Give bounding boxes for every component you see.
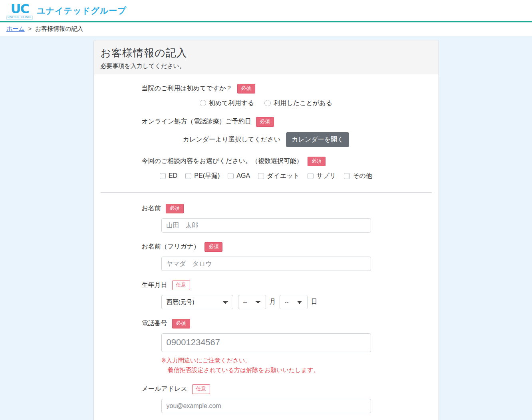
checkbox-aga[interactable]: AGA <box>228 172 250 179</box>
checkbox-aga-label: AGA <box>236 172 250 179</box>
group-email: メールアドレス 任意 <box>94 384 439 413</box>
consultation-label-row: 今回のご相談内容をお選びください。（複数選択可能） 必須 <box>94 157 439 166</box>
kana-input[interactable] <box>161 257 371 271</box>
checkbox-aga-input[interactable] <box>228 173 234 179</box>
birthday-label: 生年月日 <box>142 281 167 289</box>
birth-day-select[interactable]: -- <box>280 295 308 309</box>
email-label: メールアドレス <box>142 385 187 393</box>
checkbox-other[interactable]: その他 <box>344 172 372 180</box>
radio-used-before-input[interactable] <box>264 100 271 106</box>
breadcrumb-separator: > <box>28 26 32 32</box>
open-calendar-button[interactable]: カレンダーを開く <box>286 132 349 147</box>
radio-used-before[interactable]: 利用したことがある <box>264 99 332 107</box>
group-reservation: オンライン処方（電話診療）ご予約日 必須 カレンダーより選択してください カレン… <box>94 117 439 147</box>
optional-badge: 任意 <box>192 384 210 394</box>
checkbox-pe[interactable]: PE(早漏) <box>185 172 220 180</box>
email-label-row: メールアドレス 任意 <box>94 384 439 394</box>
required-badge: 必須 <box>166 204 184 213</box>
email-input-wrap <box>94 399 439 413</box>
checkbox-supplement-input[interactable] <box>308 173 314 179</box>
first-visit-options: 初めて利用する 利用したことがある <box>94 99 439 107</box>
phone-input[interactable] <box>161 333 371 352</box>
phone-label: 電話番号 <box>142 319 167 328</box>
page-subtitle: 必要事項を入力してください。 <box>101 62 432 70</box>
month-suffix: 月 <box>270 298 276 306</box>
breadcrumb-current: お客様情報の記入 <box>35 25 83 33</box>
kana-label: お名前（フリガナ） <box>142 243 200 251</box>
checkbox-ed-label: ED <box>169 172 177 179</box>
required-badge: 必須 <box>256 117 274 127</box>
checkbox-pe-label: PE(早漏) <box>194 172 220 180</box>
required-badge: 必須 <box>204 242 222 252</box>
united-clinic-logo[interactable]: UC UNITED CLINIC <box>6 2 33 20</box>
group-consultation: 今回のご相談内容をお選びください。（複数選択可能） 必須 ED PE(早漏) A… <box>94 157 439 180</box>
name-input-wrap <box>94 218 439 233</box>
kana-input-wrap <box>94 257 439 271</box>
consultation-options: ED PE(早漏) AGA ダイエット <box>94 172 439 180</box>
phone-notes: ※入力間違いにご注意ください。 着信拒否設定されている方は解除をお願いいたします… <box>161 356 371 375</box>
checkbox-pe-input[interactable] <box>185 173 191 179</box>
checkbox-ed-input[interactable] <box>160 173 166 179</box>
checkbox-diet[interactable]: ダイエット <box>258 172 300 180</box>
first-visit-label-row: 当院のご利用は初めてですか？ 必須 <box>94 84 439 94</box>
breadcrumb-home-link[interactable]: ホーム <box>6 25 25 33</box>
group-first-visit: 当院のご利用は初めてですか？ 必須 初めて利用する 利用したことがある <box>94 84 439 107</box>
logo-uc-icon: UC <box>10 2 28 15</box>
phone-input-wrap <box>94 333 439 352</box>
required-badge: 必須 <box>237 84 255 94</box>
birth-year-select[interactable]: 西暦(元号) <box>161 295 233 309</box>
radio-first-time[interactable]: 初めて利用する <box>200 99 254 107</box>
page-title: お客様情報の記入 <box>101 46 432 60</box>
reservation-control-row: カレンダーより選択してください カレンダーを開く <box>94 132 439 147</box>
reservation-label-row: オンライン処方（電話診療）ご予約日 必須 <box>94 117 439 127</box>
brand-name: ユナイテッドグループ <box>37 5 126 16</box>
kana-label-row: お名前（フリガナ） 必須 <box>94 242 439 252</box>
group-birthday: 生年月日 任意 西暦(元号) -- 月 -- 日 <box>94 281 439 309</box>
group-kana: お名前（フリガナ） 必須 <box>94 242 439 271</box>
customer-info-card: お客様情報の記入 必要事項を入力してください。 当院のご利用は初めてですか？ 必… <box>93 40 439 420</box>
radio-used-before-label: 利用したことがある <box>274 99 332 107</box>
name-input[interactable] <box>161 218 371 233</box>
email-input[interactable] <box>161 399 371 413</box>
section-divider <box>101 192 432 193</box>
birthday-label-row: 生年月日 任意 <box>94 281 439 290</box>
reservation-label: オンライン処方（電話診療）ご予約日 <box>142 117 251 126</box>
day-suffix: 日 <box>311 298 318 306</box>
card-body: 当院のご利用は初めてですか？ 必須 初めて利用する 利用したことがある <box>94 74 439 420</box>
first-visit-label: 当院のご利用は初めてですか？ <box>142 84 232 93</box>
birthday-selects: 西暦(元号) -- 月 -- 日 <box>161 295 371 309</box>
phone-note-1: ※入力間違いにご注意ください。 <box>161 356 371 365</box>
group-phone: 電話番号 必須 ※入力間違いにご注意ください。 着信拒否設定されている方は解除を… <box>94 319 439 375</box>
checkbox-diet-label: ダイエット <box>267 172 300 180</box>
birth-month-select[interactable]: -- <box>238 295 266 309</box>
optional-badge: 任意 <box>172 281 190 290</box>
consultation-label: 今回のご相談内容をお選びください。（複数選択可能） <box>142 157 303 165</box>
checkbox-ed[interactable]: ED <box>160 172 177 179</box>
name-label-row: お名前 必須 <box>94 204 439 213</box>
radio-first-time-label: 初めて利用する <box>209 99 254 107</box>
checkbox-diet-input[interactable] <box>258 173 264 179</box>
phone-note-2: 着信拒否設定されている方は解除をお願いいたします。 <box>161 365 371 375</box>
radio-first-time-input[interactable] <box>200 100 206 106</box>
checkbox-supplement-label: サプリ <box>316 172 336 180</box>
breadcrumb: ホーム > お客様情報の記入 <box>0 22 532 36</box>
name-label: お名前 <box>142 204 161 213</box>
checkbox-supplement[interactable]: サプリ <box>308 172 336 180</box>
phone-label-row: 電話番号 必須 <box>94 319 439 328</box>
required-badge: 必須 <box>308 157 326 166</box>
main-area: お客様情報の記入 必要事項を入力してください。 当院のご利用は初めてですか？ 必… <box>0 36 532 420</box>
required-badge: 必須 <box>172 319 190 328</box>
calendar-note: カレンダーより選択してください <box>183 135 281 144</box>
card-header: お客様情報の記入 必要事項を入力してください。 <box>94 40 439 74</box>
checkbox-other-label: その他 <box>353 172 372 180</box>
logo-united-clinic-text: UNITED CLINIC <box>6 16 33 20</box>
checkbox-other-input[interactable] <box>344 173 350 179</box>
site-header: UC UNITED CLINIC ユナイテッドグループ <box>0 0 532 21</box>
group-name: お名前 必須 <box>94 204 439 233</box>
